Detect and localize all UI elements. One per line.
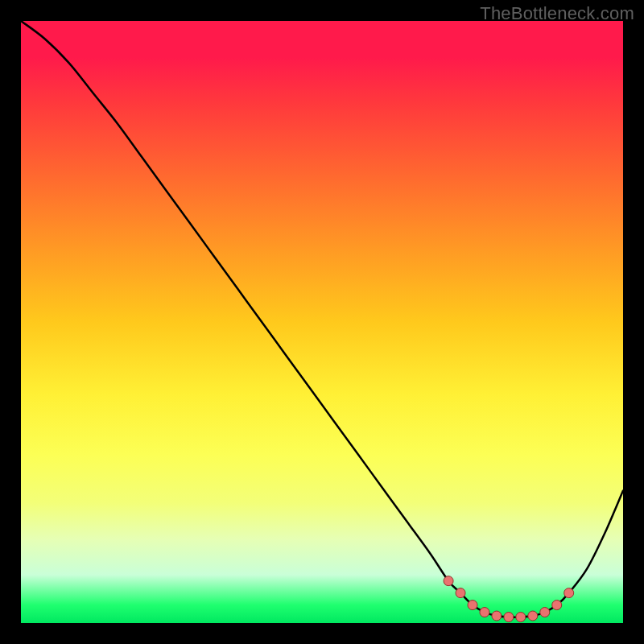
bottleneck-curve (21, 21, 623, 617)
curve-marker (552, 601, 562, 610)
curve-marker (504, 613, 514, 622)
curve-marker (528, 611, 538, 621)
chart-overlay (0, 0, 644, 644)
curve-marker (564, 588, 574, 598)
curve-marker (540, 608, 550, 617)
curve-marker (444, 576, 453, 586)
curve-marker (468, 601, 477, 610)
curve-marker (516, 613, 526, 622)
curve-marker (456, 588, 465, 598)
chart-frame: TheBottleneck.com (0, 0, 644, 644)
curve-marker (480, 608, 489, 617)
curve-marker (492, 611, 502, 621)
